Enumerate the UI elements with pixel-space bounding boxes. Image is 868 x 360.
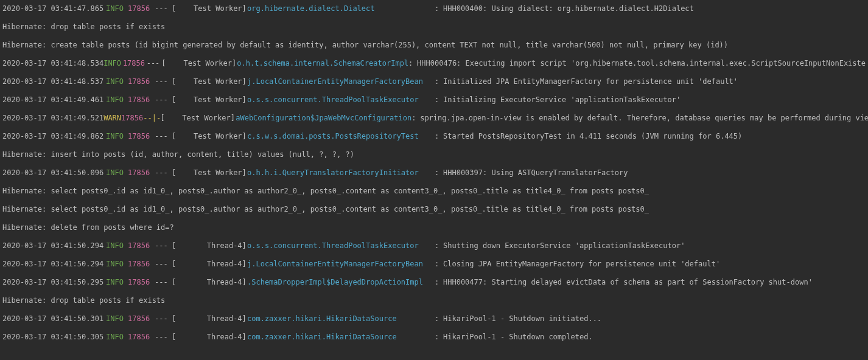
log-gap	[2, 232, 866, 241]
log-gap	[2, 122, 866, 131]
log-message: HHH000476: Executing import script 'org.…	[417, 60, 866, 67]
log-message: Closing JPA EntityManagerFactory for per…	[443, 260, 720, 268]
log-timestamp: 2020-03-17 03:41:50.301	[2, 315, 106, 322]
log-gap	[2, 250, 866, 259]
log-logger: j.LocalContainerEntityManagerFactoryBean	[247, 78, 435, 85]
log-separator-dash: ---	[155, 5, 172, 12]
log-level: INFO	[106, 96, 128, 103]
log-thread: [ Test Worker]	[172, 133, 247, 140]
log-line: Hibernate: select posts0_.id as id1_0_, …	[2, 204, 866, 213]
log-message: Started PostsRepositoryTest in 4.411 sec…	[443, 133, 742, 140]
log-timestamp: 2020-03-17 03:41:49.521	[2, 114, 103, 122]
log-logger: j.LocalContainerEntityManagerFactoryBean	[247, 260, 435, 268]
log-gap	[2, 68, 866, 77]
log-line: 2020-03-17 03:41:49.521WARN17856--|-[ Te…	[2, 113, 866, 122]
log-colon: :	[411, 114, 420, 122]
log-pid: 17856	[128, 260, 155, 268]
log-colon: :	[435, 96, 443, 103]
log-thread: [ Test Worker]	[160, 114, 236, 122]
hibernate-sql-line: Hibernate: create table posts (id bigint…	[2, 41, 728, 49]
log-line: 2020-03-17 03:41:50.295INFO17856---[ Thr…	[2, 277, 866, 286]
log-pid: 17856	[128, 279, 155, 286]
log-line: Hibernate: select posts0_.id as id1_0_, …	[2, 186, 866, 195]
log-logger: .SchemaDropperImpl$DelayedDropActionImpl	[247, 279, 435, 286]
log-message: HikariPool-1 - Shutdown initiated...	[443, 315, 601, 322]
log-logger: o.s.s.concurrent.ThreadPoolTaskExecutor	[247, 96, 435, 103]
log-thread: [ Thread-4]	[172, 333, 247, 341]
log-thread: [ Test Worker]	[172, 78, 247, 85]
log-gap	[2, 286, 866, 296]
log-separator-dash: ---	[147, 60, 162, 67]
log-line: 2020-03-17 03:41:48.537INFO17856---[ Tes…	[2, 77, 866, 86]
log-level: INFO	[106, 242, 128, 249]
log-timestamp: 2020-03-17 03:41:50.294	[2, 260, 106, 268]
log-colon: :	[435, 333, 443, 341]
hibernate-sql-line: Hibernate: select posts0_.id as id1_0_, …	[2, 206, 649, 213]
log-level: INFO	[106, 133, 128, 140]
hibernate-sql-line: Hibernate: delete from posts where id=?	[2, 224, 174, 231]
log-separator-dash: ---	[155, 260, 172, 268]
log-message: HikariPool-1 - Shutdown completed.	[443, 333, 593, 341]
log-gap	[2, 305, 866, 314]
log-gap	[2, 341, 866, 350]
log-colon: :	[435, 279, 443, 286]
log-message: HHH000477: Starting delayed evictData of…	[443, 279, 813, 286]
log-timestamp: 2020-03-17 03:41:49.862	[2, 133, 106, 140]
log-gap	[2, 268, 866, 277]
log-timestamp: 2020-03-17 03:41:50.305	[2, 333, 106, 341]
log-line: Hibernate: drop table posts if exists	[2, 22, 866, 31]
log-message: Shutting down ExecutorService 'applicati…	[443, 242, 685, 249]
log-logger: o.s.s.concurrent.ThreadPoolTaskExecutor	[247, 242, 435, 249]
log-separator-dash: ---	[155, 279, 172, 286]
log-message: Initializing ExecutorService 'applicatio…	[443, 96, 681, 103]
log-gap	[2, 13, 866, 22]
log-separator-dash: ---	[155, 242, 172, 249]
log-line: 2020-03-17 03:41:50.294INFO17856---[ Thr…	[2, 259, 866, 268]
log-level: INFO	[106, 333, 128, 341]
log-timestamp: 2020-03-17 03:41:48.537	[2, 78, 106, 85]
log-separator-dash: ---	[155, 333, 172, 341]
log-line: Hibernate: delete from posts where id=?	[2, 223, 866, 232]
log-pid: 17856	[128, 169, 155, 176]
log-gap	[2, 49, 866, 58]
log-line: 2020-03-17 03:41:48.534INFO17856---[ Tes…	[2, 58, 866, 68]
log-gap	[2, 177, 866, 186]
log-logger: org.hibernate.dialect.Dialect	[247, 5, 435, 12]
log-gap	[2, 323, 866, 332]
log-logger: o.h.t.schema.internal.SchemaCreatorImpl	[237, 60, 408, 67]
log-pid: 17856	[128, 133, 155, 140]
log-thread: [ Thread-4]	[172, 260, 247, 268]
log-pid: 17856	[128, 242, 155, 249]
log-line: 2020-03-17 03:41:50.305INFO17856---[ Thr…	[2, 332, 866, 341]
log-message: HHH000400: Using dialect: org.hibernate.…	[443, 5, 694, 12]
log-pid: 17856	[123, 60, 147, 67]
log-pid: 17856	[128, 5, 155, 12]
log-logger: com.zaxxer.hikari.HikariDataSource	[247, 315, 435, 322]
log-line: 2020-03-17 03:41:50.301INFO17856---[ Thr…	[2, 314, 866, 323]
hibernate-sql-line: Hibernate: drop table posts if exists	[2, 297, 165, 304]
log-line: 2020-03-17 03:41:50.096INFO17856---[ Tes…	[2, 168, 866, 177]
log-colon: :	[408, 60, 417, 67]
hibernate-sql-line: Hibernate: select posts0_.id as id1_0_, …	[2, 187, 649, 195]
log-timestamp: 2020-03-17 03:41:47.865	[2, 5, 106, 12]
hibernate-sql-line: Hibernate: drop table posts if exists	[2, 23, 165, 30]
log-level: INFO	[103, 60, 123, 67]
log-thread: [ Test Worker]	[172, 96, 247, 103]
log-level: INFO	[106, 315, 128, 322]
console-log-output: 2020-03-17 03:41:47.865INFO17856---[ Tes…	[0, 0, 868, 354]
log-pid: 17856	[121, 114, 143, 122]
log-thread: [ Thread-4]	[172, 315, 247, 322]
log-logger: c.s.w.s.domai.posts.PostsRepositoryTest	[247, 133, 435, 140]
log-level: INFO	[106, 260, 128, 268]
log-message: HHH000397: Using ASTQueryTranslatorFacto…	[443, 169, 628, 176]
log-thread: [ Test Worker]	[161, 60, 237, 67]
log-logger: o.h.h.i.QueryTranslatorFactoryInitiator	[247, 169, 435, 176]
log-timestamp: 2020-03-17 03:41:48.534	[2, 60, 103, 67]
log-timestamp: 2020-03-17 03:41:50.294	[2, 242, 106, 249]
log-colon: :	[435, 315, 443, 322]
log-level: INFO	[106, 279, 128, 286]
log-gap	[2, 195, 866, 204]
log-level: INFO	[106, 169, 128, 176]
log-line: 2020-03-17 03:41:50.294INFO17856---[ Thr…	[2, 241, 866, 250]
log-pid: 17856	[128, 96, 155, 103]
